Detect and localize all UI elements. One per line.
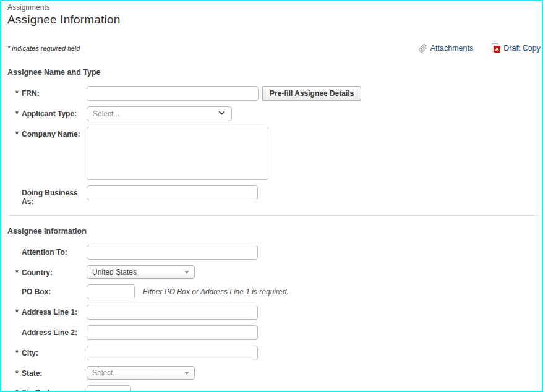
zip-code-label: * Zip Code: xyxy=(7,385,87,392)
attention-to-input[interactable] xyxy=(87,245,258,260)
attachments-link-label: Attachments xyxy=(430,44,473,53)
prefill-assignee-details-button[interactable]: Pre-fill Assignee Details xyxy=(262,86,361,101)
state-label: * State: xyxy=(7,366,87,378)
address-line-2-input[interactable] xyxy=(87,325,258,340)
assignee-information-page: Assignments Assignee Information * indic… xyxy=(0,0,543,392)
address-line-2-label-text: Address Line 2: xyxy=(22,328,77,337)
dropdown-arrow-icon xyxy=(184,372,189,375)
doing-business-as-row: Doing Business As: xyxy=(7,185,542,206)
city-label-text: City: xyxy=(22,349,38,357)
country-label-text: Country: xyxy=(22,268,53,277)
company-name-label-text: Company Name: xyxy=(22,130,80,138)
address-line-1-input[interactable] xyxy=(87,305,258,320)
pdf-icon: A xyxy=(492,43,500,53)
company-name-textarea[interactable] xyxy=(87,127,268,180)
company-name-row: * Company Name: xyxy=(7,127,542,180)
dropdown-arrow-icon xyxy=(184,271,189,274)
zip-code-label-text: Zip Code: xyxy=(22,388,56,392)
attention-to-label-text: Attention To: xyxy=(22,248,67,257)
required-marker: * xyxy=(15,130,19,138)
frn-label: * FRN: xyxy=(7,86,87,98)
page-title: Assignee Information xyxy=(7,13,542,27)
zip-code-input[interactable] xyxy=(87,385,131,392)
city-input[interactable] xyxy=(87,346,258,360)
chevron-down-icon xyxy=(218,108,226,119)
section-heading-assignee-name-and-type: Assignee Name and Type xyxy=(7,68,542,77)
section-divider xyxy=(7,215,538,216)
attention-to-row: Attention To: xyxy=(7,245,542,260)
assignee-name-and-type-section: * FRN: Pre-fill Assignee Details * Appli… xyxy=(7,86,542,206)
country-select[interactable]: United States xyxy=(87,265,195,279)
po-box-input[interactable] xyxy=(87,284,135,299)
meta-row: * indicates required field Attachments A… xyxy=(7,43,542,53)
frn-input[interactable] xyxy=(87,86,259,101)
required-marker: * xyxy=(15,308,19,317)
applicant-type-select[interactable]: Select... xyxy=(87,106,232,121)
frn-label-text: FRN: xyxy=(22,89,40,98)
po-box-row: PO Box: Either PO Box or Address Line 1 … xyxy=(7,284,542,299)
document-links: Attachments A Draft Copy xyxy=(419,43,541,53)
doing-business-as-label: Doing Business As: xyxy=(7,185,87,206)
city-label: * City: xyxy=(7,346,87,357)
required-marker: * xyxy=(15,369,19,378)
city-row: * City: xyxy=(7,346,542,360)
po-box-label: PO Box: xyxy=(7,284,87,296)
section-heading-assignee-information: Assignee Information xyxy=(7,227,542,236)
draft-copy-link-label: Draft Copy xyxy=(503,44,541,53)
address-line-2-row: Address Line 2: xyxy=(7,325,542,340)
zip-code-row: * Zip Code: xyxy=(7,385,542,392)
required-marker: * xyxy=(15,349,19,357)
po-box-label-text: PO Box: xyxy=(22,288,51,296)
attachments-link[interactable]: Attachments xyxy=(419,44,473,53)
state-label-text: State: xyxy=(22,369,42,378)
country-label: * Country: xyxy=(7,265,87,277)
address-line-1-label: * Address Line 1: xyxy=(7,305,87,317)
applicant-type-select-value: Select... xyxy=(93,109,119,118)
country-row: * Country: United States xyxy=(7,265,542,279)
country-select-value: United States xyxy=(92,268,137,276)
draft-copy-link[interactable]: A Draft Copy xyxy=(492,43,541,53)
applicant-type-label-text: Applicant Type: xyxy=(22,109,77,118)
address-line-1-row: * Address Line 1: xyxy=(7,305,542,320)
assignee-information-section: Attention To: * Country: United States P… xyxy=(7,245,542,392)
state-select-value: Select... xyxy=(92,369,119,377)
required-marker: * xyxy=(15,109,19,118)
required-marker: * xyxy=(15,268,19,277)
required-marker: * xyxy=(15,89,19,98)
po-box-note: Either PO Box or Address Line 1 is requi… xyxy=(143,288,289,296)
attention-to-label: Attention To: xyxy=(7,245,87,257)
company-name-label: * Company Name: xyxy=(7,127,87,138)
address-line-1-label-text: Address Line 1: xyxy=(22,308,77,317)
doing-business-as-label-text: Doing Business As: xyxy=(22,189,78,206)
state-row: * State: Select... xyxy=(7,366,542,380)
doing-business-as-input[interactable] xyxy=(87,185,258,200)
applicant-type-row: * Applicant Type: Select... xyxy=(7,106,542,121)
address-line-2-label: Address Line 2: xyxy=(7,325,87,337)
required-field-note: * indicates required field xyxy=(7,45,80,52)
breadcrumb: Assignments xyxy=(7,3,542,12)
required-marker: * xyxy=(15,388,19,392)
state-select[interactable]: Select... xyxy=(87,366,195,380)
frn-row: * FRN: Pre-fill Assignee Details xyxy=(7,86,542,101)
applicant-type-label: * Applicant Type: xyxy=(7,106,87,118)
paperclip-icon xyxy=(419,44,427,53)
